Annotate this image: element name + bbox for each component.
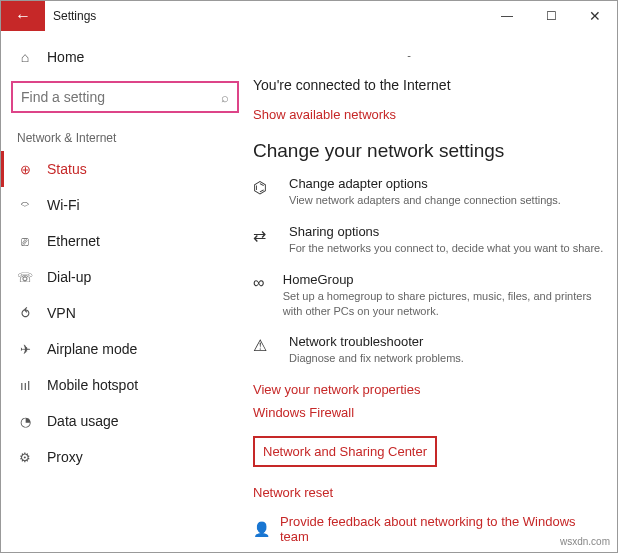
data-usage-icon: ◔ — [17, 414, 33, 429]
vpn-icon: ⥀ — [17, 306, 33, 321]
search-icon: ⌕ — [221, 90, 229, 105]
option-title: Sharing options — [289, 224, 603, 239]
option-desc: Set up a homegroup to share pictures, mu… — [283, 289, 605, 319]
feedback-icon: 👤 — [253, 521, 270, 537]
sidebar-item-label: Wi-Fi — [47, 197, 80, 213]
sidebar-item-label: Airplane mode — [47, 341, 137, 357]
sharing-options[interactable]: ⇄ Sharing options For the networks you c… — [253, 224, 605, 256]
sidebar-item-vpn[interactable]: ⥀ VPN — [1, 295, 249, 331]
close-button[interactable]: ✕ — [573, 1, 617, 31]
option-desc: Diagnose and fix network problems. — [289, 351, 464, 366]
sidebar-item-status[interactable]: ⊕ Status — [1, 151, 249, 187]
home-icon: ⌂ — [17, 49, 33, 65]
option-desc: For the networks you connect to, decide … — [289, 241, 603, 256]
connection-status-text: You're connected to the Internet — [253, 77, 605, 93]
collapsed-indicator: - — [253, 49, 605, 61]
sidebar-home-label: Home — [47, 49, 84, 65]
status-icon: ⊕ — [17, 162, 33, 177]
view-network-properties-link[interactable]: View your network properties — [253, 382, 605, 397]
sidebar-item-label: VPN — [47, 305, 76, 321]
minimize-button[interactable]: — — [485, 1, 529, 31]
sidebar-item-ethernet[interactable]: ⎚ Ethernet — [1, 223, 249, 259]
search-box[interactable]: ⌕ — [11, 81, 239, 113]
sidebar-item-label: Proxy — [47, 449, 83, 465]
back-button[interactable]: ← — [1, 1, 45, 31]
troubleshoot-icon: ⚠ — [253, 334, 273, 366]
arrow-left-icon: ← — [15, 7, 31, 25]
show-available-networks-link[interactable]: Show available networks — [253, 107, 605, 122]
network-reset-link[interactable]: Network reset — [253, 485, 605, 500]
sidebar-item-datausage[interactable]: ◔ Data usage — [1, 403, 249, 439]
sidebar-section-label: Network & Internet — [1, 117, 249, 151]
sidebar-item-wifi[interactable]: ⌔ Wi-Fi — [1, 187, 249, 223]
sidebar-item-label: Data usage — [47, 413, 119, 429]
search-input[interactable] — [21, 89, 221, 105]
sidebar-item-proxy[interactable]: ⚙ Proxy — [1, 439, 249, 475]
sidebar-item-label: Dial-up — [47, 269, 91, 285]
change-adapter-options[interactable]: ⌬ Change adapter options View network ad… — [253, 176, 605, 208]
sidebar-item-airplane[interactable]: ✈ Airplane mode — [1, 331, 249, 367]
windows-firewall-link[interactable]: Windows Firewall — [253, 405, 605, 420]
feedback-text: Provide feedback about networking to the… — [280, 514, 605, 544]
maximize-button[interactable]: ☐ — [529, 1, 573, 31]
sidebar-item-label: Ethernet — [47, 233, 100, 249]
ethernet-icon: ⎚ — [17, 234, 33, 249]
hotspot-icon: ııl — [17, 378, 33, 393]
homegroup-option[interactable]: ∞ HomeGroup Set up a homegroup to share … — [253, 272, 605, 319]
sharing-icon: ⇄ — [253, 224, 273, 256]
sidebar-item-dialup[interactable]: ☏ Dial-up — [1, 259, 249, 295]
homegroup-icon: ∞ — [253, 272, 267, 319]
option-desc: View network adapters and change connect… — [289, 193, 561, 208]
sidebar-item-hotspot[interactable]: ııl Mobile hotspot — [1, 367, 249, 403]
adapter-icon: ⌬ — [253, 176, 273, 208]
change-settings-heading: Change your network settings — [253, 140, 605, 162]
sidebar-item-label: Mobile hotspot — [47, 377, 138, 393]
main-content: - You're connected to the Internet Show … — [249, 31, 617, 552]
sidebar-item-label: Status — [47, 161, 87, 177]
sidebar-home[interactable]: ⌂ Home — [1, 41, 249, 73]
sidebar: ⌂ Home ⌕ Network & Internet ⊕ Status ⌔ W… — [1, 31, 249, 552]
airplane-icon: ✈ — [17, 342, 33, 357]
network-troubleshooter[interactable]: ⚠ Network troubleshooter Diagnose and fi… — [253, 334, 605, 366]
feedback-link[interactable]: 👤 Provide feedback about networking to t… — [253, 514, 605, 544]
option-title: HomeGroup — [283, 272, 605, 287]
network-and-sharing-center-link[interactable]: Network and Sharing Center — [253, 436, 437, 467]
window-title: Settings — [45, 1, 485, 31]
wifi-icon: ⌔ — [17, 198, 33, 213]
option-title: Network troubleshooter — [289, 334, 464, 349]
dialup-icon: ☏ — [17, 270, 33, 285]
watermark-text: wsxdn.com — [560, 536, 610, 547]
option-title: Change adapter options — [289, 176, 561, 191]
proxy-icon: ⚙ — [17, 450, 33, 465]
